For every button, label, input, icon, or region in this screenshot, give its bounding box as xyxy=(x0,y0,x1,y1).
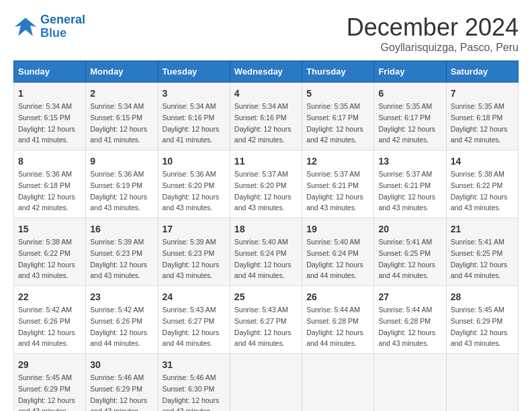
day-number: 20 xyxy=(378,222,441,236)
daylight-info: Daylight: 12 hoursand 42 minutes. xyxy=(234,125,292,144)
calendar-header-row: SundayMondayTuesdayWednesdayThursdayFrid… xyxy=(14,61,519,83)
sunset-info: Sunset: 6:17 PM xyxy=(378,113,431,122)
calendar-cell: 30 Sunrise: 5:46 AM Sunset: 6:29 PM Dayl… xyxy=(86,354,158,412)
sunrise-info: Sunrise: 5:41 AM xyxy=(451,238,504,246)
sunset-info: Sunset: 6:15 PM xyxy=(18,113,71,122)
day-number: 14 xyxy=(451,154,514,169)
daylight-info: Daylight: 12 hoursand 43 minutes. xyxy=(163,396,220,412)
calendar-week-row: 15 Sunrise: 5:38 AM Sunset: 6:22 PM Dayl… xyxy=(14,218,519,286)
day-number: 31 xyxy=(163,358,226,372)
daylight-info: Daylight: 12 hoursand 43 minutes. xyxy=(163,261,220,280)
sunset-info: Sunset: 6:25 PM xyxy=(451,249,503,257)
daylight-info: Daylight: 12 hoursand 44 minutes. xyxy=(306,261,363,280)
sunset-info: Sunset: 6:28 PM xyxy=(306,317,359,325)
column-header-wednesday: Wednesday xyxy=(230,61,302,83)
day-number: 9 xyxy=(90,154,153,169)
sunrise-info: Sunrise: 5:44 AM xyxy=(378,306,432,314)
day-number: 25 xyxy=(234,290,298,304)
day-number: 21 xyxy=(451,222,514,236)
calendar-cell: 5 Sunrise: 5:35 AM Sunset: 6:17 PM Dayli… xyxy=(302,83,374,150)
sunset-info: Sunset: 6:24 PM xyxy=(234,249,287,257)
sunset-info: Sunset: 6:29 PM xyxy=(451,317,503,325)
day-number: 4 xyxy=(234,87,298,101)
sunrise-info: Sunrise: 5:35 AM xyxy=(378,102,432,110)
sunset-info: Sunset: 6:26 PM xyxy=(18,317,71,325)
column-header-thursday: Thursday xyxy=(302,61,374,83)
sunset-info: Sunset: 6:22 PM xyxy=(18,249,71,257)
column-header-sunday: Sunday xyxy=(14,61,86,83)
calendar-cell: 15 Sunrise: 5:38 AM Sunset: 6:22 PM Dayl… xyxy=(14,218,86,286)
daylight-info: Daylight: 12 hoursand 44 minutes. xyxy=(234,261,292,280)
daylight-info: Daylight: 12 hoursand 41 minutes. xyxy=(90,125,147,144)
logo-text: General Blue xyxy=(40,13,85,40)
sunset-info: Sunset: 6:25 PM xyxy=(378,249,431,257)
sunrise-info: Sunrise: 5:39 AM xyxy=(90,238,144,246)
daylight-info: Daylight: 12 hoursand 44 minutes. xyxy=(451,261,508,280)
sunset-info: Sunset: 6:29 PM xyxy=(90,385,142,393)
day-number: 17 xyxy=(163,222,226,236)
calendar-cell: 24 Sunrise: 5:43 AM Sunset: 6:27 PM Dayl… xyxy=(158,286,230,354)
calendar-cell: 22 Sunrise: 5:42 AM Sunset: 6:26 PM Dayl… xyxy=(14,286,86,354)
day-number: 8 xyxy=(18,154,81,169)
calendar-week-row: 8 Sunrise: 5:36 AM Sunset: 6:18 PM Dayli… xyxy=(14,150,519,218)
calendar-cell: 13 Sunrise: 5:37 AM Sunset: 6:21 PM Dayl… xyxy=(374,150,446,218)
day-number: 16 xyxy=(90,222,153,236)
column-header-friday: Friday xyxy=(374,61,446,83)
column-header-tuesday: Tuesday xyxy=(158,61,230,83)
daylight-info: Daylight: 12 hoursand 43 minutes. xyxy=(451,328,508,348)
sunset-info: Sunset: 6:24 PM xyxy=(306,249,359,257)
day-number: 29 xyxy=(18,358,81,372)
sunrise-info: Sunrise: 5:36 AM xyxy=(18,170,72,178)
daylight-info: Daylight: 12 hoursand 43 minutes. xyxy=(90,396,147,412)
sunrise-info: Sunrise: 5:34 AM xyxy=(163,102,216,110)
sunset-info: Sunset: 6:26 PM xyxy=(90,317,142,325)
sunrise-info: Sunrise: 5:35 AM xyxy=(451,102,504,110)
sunrise-info: Sunrise: 5:44 AM xyxy=(306,306,360,314)
day-number: 30 xyxy=(90,358,153,372)
daylight-info: Daylight: 12 hoursand 44 minutes. xyxy=(234,328,292,348)
sunset-info: Sunset: 6:16 PM xyxy=(234,113,287,122)
daylight-info: Daylight: 12 hoursand 43 minutes. xyxy=(451,193,508,212)
sunset-info: Sunset: 6:18 PM xyxy=(18,181,71,189)
daylight-info: Daylight: 12 hoursand 43 minutes. xyxy=(378,193,435,212)
sunrise-info: Sunrise: 5:37 AM xyxy=(378,170,432,178)
day-number: 28 xyxy=(451,290,514,304)
daylight-info: Daylight: 12 hoursand 42 minutes. xyxy=(378,125,435,144)
calendar-cell: 18 Sunrise: 5:40 AM Sunset: 6:24 PM Dayl… xyxy=(230,218,302,286)
calendar-cell xyxy=(374,354,446,412)
day-number: 18 xyxy=(234,222,298,236)
day-number: 3 xyxy=(163,87,226,101)
calendar-cell: 31 Sunrise: 5:46 AM Sunset: 6:30 PM Dayl… xyxy=(158,354,230,412)
sunrise-info: Sunrise: 5:45 AM xyxy=(451,306,504,314)
calendar-cell xyxy=(230,354,302,412)
day-number: 10 xyxy=(163,154,226,169)
calendar-cell xyxy=(446,354,518,412)
sunset-info: Sunset: 6:23 PM xyxy=(90,249,142,257)
sunset-info: Sunset: 6:21 PM xyxy=(378,181,431,189)
daylight-info: Daylight: 12 hoursand 44 minutes. xyxy=(18,328,75,348)
calendar-cell: 10 Sunrise: 5:36 AM Sunset: 6:20 PM Dayl… xyxy=(158,150,230,218)
daylight-info: Daylight: 12 hoursand 43 minutes. xyxy=(306,193,363,212)
day-number: 27 xyxy=(378,290,441,304)
daylight-info: Daylight: 12 hoursand 43 minutes. xyxy=(378,328,435,348)
column-header-saturday: Saturday xyxy=(446,61,518,83)
calendar-table: SundayMondayTuesdayWednesdayThursdayFrid… xyxy=(13,60,519,411)
day-number: 5 xyxy=(306,87,369,101)
daylight-info: Daylight: 12 hoursand 44 minutes. xyxy=(90,328,147,348)
column-header-monday: Monday xyxy=(86,61,158,83)
calendar-cell: 3 Sunrise: 5:34 AM Sunset: 6:16 PM Dayli… xyxy=(158,83,230,150)
sunset-info: Sunset: 6:28 PM xyxy=(378,317,431,325)
logo: General Blue xyxy=(13,13,85,40)
day-number: 6 xyxy=(378,87,441,101)
calendar-cell: 6 Sunrise: 5:35 AM Sunset: 6:17 PM Dayli… xyxy=(374,83,446,150)
day-number: 7 xyxy=(451,87,514,101)
sunrise-info: Sunrise: 5:42 AM xyxy=(90,306,144,314)
calendar-cell: 23 Sunrise: 5:42 AM Sunset: 6:26 PM Dayl… xyxy=(86,286,158,354)
sunset-info: Sunset: 6:29 PM xyxy=(18,385,71,393)
day-number: 23 xyxy=(90,290,153,304)
day-number: 15 xyxy=(18,222,81,236)
sunset-info: Sunset: 6:21 PM xyxy=(306,181,359,189)
day-number: 19 xyxy=(306,222,369,236)
page-header: General Blue December 2024 Goyllarisquiz… xyxy=(13,13,519,54)
calendar-week-row: 29 Sunrise: 5:45 AM Sunset: 6:29 PM Dayl… xyxy=(14,354,519,412)
